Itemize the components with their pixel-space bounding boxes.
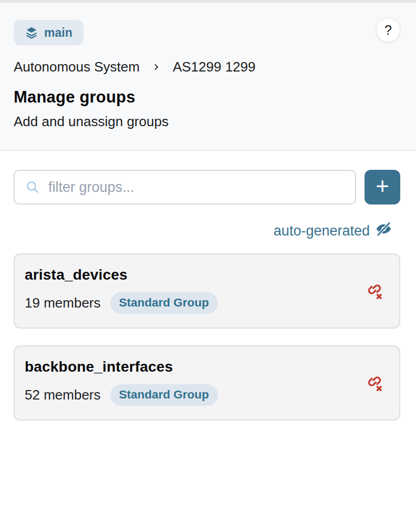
- eye-off-icon: [376, 221, 392, 241]
- branch-badge-label: main: [44, 26, 72, 40]
- question-mark-icon: ?: [384, 23, 392, 38]
- member-count: 52 members: [25, 387, 101, 403]
- page-title: Manage groups: [14, 88, 400, 107]
- group-name: backbone_interfaces: [25, 359, 341, 375]
- filter-field: [14, 170, 356, 204]
- panel-header: main ? Autonomous System AS1299 1299 Man…: [0, 3, 416, 151]
- chevron-right-icon: [152, 59, 161, 75]
- group-meta: 52 members Standard Group: [25, 384, 341, 406]
- unlink-x-icon: [366, 294, 383, 302]
- group-name: arista_devices: [25, 267, 341, 283]
- panel-body: + auto-generated arista_devices 19 membe…: [0, 151, 416, 421]
- unassign-group-button[interactable]: [363, 280, 386, 303]
- breadcrumb-item-schema[interactable]: Autonomous System: [14, 59, 140, 75]
- group-kind-badge: Standard Group: [110, 384, 218, 406]
- group-card: arista_devices 19 members Standard Group: [14, 253, 400, 329]
- unassign-group-button[interactable]: [363, 372, 386, 395]
- header-row: main ?: [14, 20, 400, 45]
- filter-groups-input[interactable]: [14, 170, 356, 204]
- group-meta: 19 members Standard Group: [25, 292, 341, 314]
- auto-generated-toggle[interactable]: auto-generated: [14, 222, 400, 239]
- auto-generated-label: auto-generated: [274, 223, 370, 239]
- member-count: 19 members: [25, 295, 101, 311]
- groups-toolbar: +: [14, 170, 400, 204]
- branch-selector-badge[interactable]: main: [14, 20, 84, 45]
- breadcrumb-item-object[interactable]: AS1299 1299: [173, 59, 256, 75]
- layers-icon: [25, 26, 38, 39]
- plus-icon: +: [376, 175, 389, 198]
- manage-groups-panel: main ? Autonomous System AS1299 1299 Man…: [0, 0, 416, 421]
- unlink-x-icon: [366, 386, 383, 394]
- add-group-button[interactable]: +: [365, 170, 400, 204]
- group-kind-badge: Standard Group: [110, 292, 218, 314]
- breadcrumb: Autonomous System AS1299 1299: [14, 59, 400, 75]
- help-button[interactable]: ?: [376, 18, 400, 42]
- search-icon: [25, 179, 40, 197]
- page-subtitle: Add and unassign groups: [14, 114, 400, 130]
- group-card: backbone_interfaces 52 members Standard …: [14, 345, 400, 421]
